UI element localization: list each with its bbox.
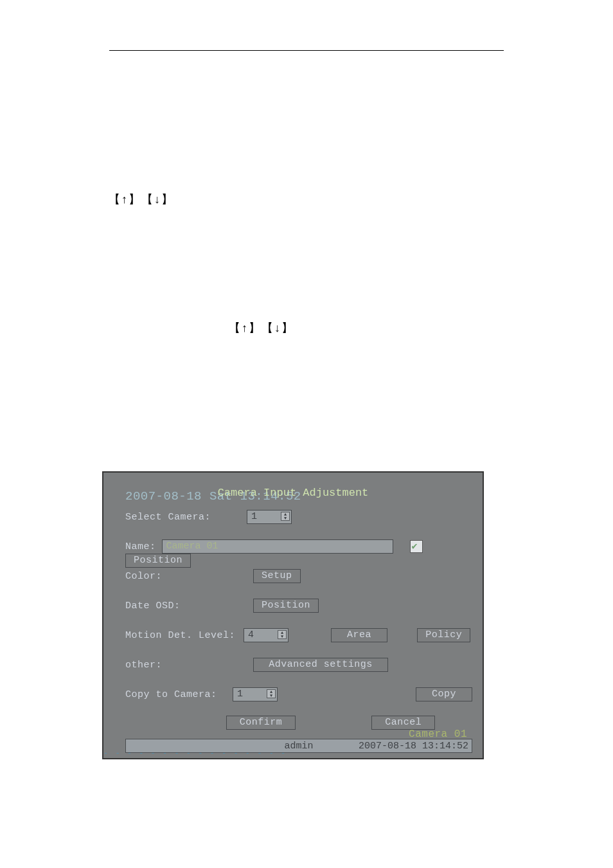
color-label: Color: xyxy=(125,571,247,582)
arrow-keys-text-1: 【↑】【↓】 xyxy=(109,192,174,207)
status-datetime: 2007-08-18 13:14:52 xyxy=(359,741,468,752)
date-osd-position-button[interactable]: Position xyxy=(253,599,319,613)
name-display-checkbox[interactable] xyxy=(410,540,423,553)
copy-to-camera-label: Copy to Camera: xyxy=(125,689,227,700)
confirm-button[interactable]: Confirm xyxy=(226,716,296,730)
spinner-updown-icon[interactable] xyxy=(278,630,287,639)
motion-policy-button[interactable]: Policy xyxy=(417,628,470,642)
name-position-button[interactable]: Position xyxy=(125,554,191,568)
motion-level-spinner[interactable]: 4 xyxy=(244,628,289,642)
page-horizontal-rule xyxy=(109,50,504,51)
motion-level-value: 4 xyxy=(248,629,254,640)
select-camera-spinner[interactable]: 1 xyxy=(247,510,292,524)
copy-button[interactable]: Copy xyxy=(416,687,472,701)
select-camera-value: 1 xyxy=(251,511,257,522)
status-username: admin xyxy=(284,741,313,752)
copy-to-camera-spinner[interactable]: 1 xyxy=(233,687,278,701)
date-osd-label: Date OSD: xyxy=(125,601,247,611)
spinner-updown-icon[interactable] xyxy=(281,512,290,521)
motion-det-level-label: Motion Det. Level: xyxy=(125,630,235,641)
arrow-keys-text-2: 【↑】【↓】 xyxy=(229,320,294,336)
dvr-screenshot: 2007-08-18 Sat 13:14:52 Camera Input Adj… xyxy=(102,471,484,759)
bottom-dash-line: - - - - - - - - - - - - - - - - xyxy=(103,749,287,758)
advanced-settings-button[interactable]: Advanced settings xyxy=(253,658,388,672)
name-label: Name: xyxy=(125,541,156,552)
dialog-title: Camera Input Adjustment xyxy=(103,487,483,499)
camera-name-input[interactable]: Camera 01 xyxy=(162,539,393,554)
spinner-updown-icon[interactable] xyxy=(267,689,276,698)
cancel-button[interactable]: Cancel xyxy=(371,716,435,730)
motion-area-button[interactable]: Area xyxy=(331,628,387,642)
camera-name-value: Camera 01 xyxy=(166,541,218,552)
other-label: other: xyxy=(125,660,247,671)
copy-to-camera-value: 1 xyxy=(237,689,243,700)
select-camera-label: Select Camera: xyxy=(125,512,211,523)
color-setup-button[interactable]: Setup xyxy=(253,569,301,583)
